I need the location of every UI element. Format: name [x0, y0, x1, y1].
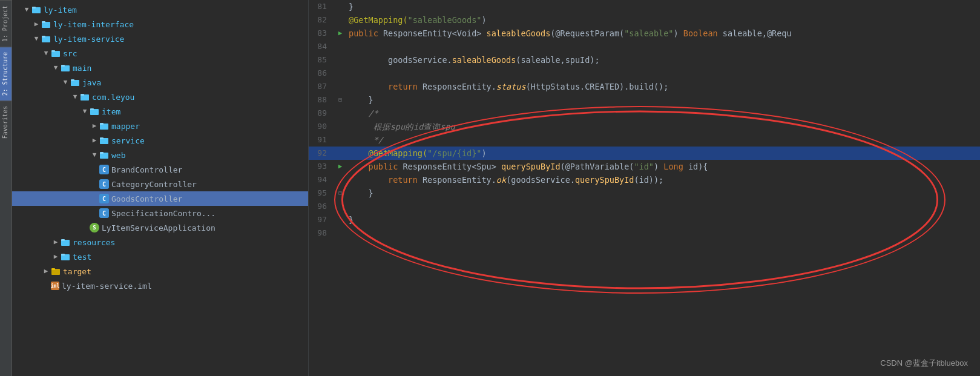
tab-project[interactable]: 1: Project [0, 0, 12, 47]
tree-label: LyItemServiceApplication [102, 223, 215, 233]
code-line-86: 86 [309, 67, 980, 80]
tree-label: ly-item [44, 5, 77, 15]
arrow-icon [90, 121, 99, 131]
svg-rect-5 [42, 36, 45, 38]
code-line-84: 84 [309, 40, 980, 53]
tree-label: ly-item-service.iml [62, 282, 152, 291]
folder-icon [31, 5, 41, 15]
tree-label: SpecificationContro... [111, 209, 215, 218]
tree-item-target[interactable]: target [12, 264, 308, 279]
tree-label: BrandController [111, 165, 182, 174]
tree-item-ly-item[interactable]: ly-item [12, 2, 308, 17]
tree-item-main[interactable]: main [12, 61, 308, 75]
tree-item-ly-item-service[interactable]: ly-item-service [12, 31, 308, 46]
tab-favorites[interactable]: Favorites [0, 101, 12, 143]
code-line-81: 81 } [309, 0, 980, 13]
folder-icon [99, 121, 109, 131]
code-line-94: 94 return ResponseEntity.ok(goodsService… [309, 173, 980, 186]
svg-rect-27 [51, 268, 55, 270]
line-number: 83 [309, 27, 334, 40]
line-content: } [346, 186, 980, 200]
folder-icon [61, 237, 70, 247]
folder-icon [41, 34, 51, 44]
line-content: } [346, 93, 980, 107]
line-content: */ [346, 133, 980, 147]
tree-item-resources[interactable]: resources [12, 235, 308, 249]
code-editor[interactable]: 81 } 82 @GetMapping("saleableGoods") 83 … [309, 0, 980, 376]
tree-label: test [73, 252, 91, 262]
line-number: 87 [309, 80, 334, 93]
arrow-icon [22, 5, 31, 15]
tree-label: ly-item-interface [53, 20, 134, 29]
tree-item-ly-item-interface[interactable]: ly-item-interface [12, 17, 308, 31]
arrow-icon [51, 237, 61, 247]
line-number: 95 [309, 186, 334, 200]
tree-item-mapper[interactable]: mapper [12, 119, 308, 133]
svg-rect-1 [32, 7, 36, 8]
tree-item-service[interactable]: service [12, 133, 308, 148]
svg-rect-11 [71, 79, 74, 81]
folder-icon [80, 92, 90, 102]
line-content: return ResponseEntity.status(HttpStatus.… [346, 80, 980, 93]
line-number: 94 [309, 173, 334, 186]
line-number: 92 [309, 147, 334, 160]
spring-icon: S [90, 223, 99, 233]
class-icon: C [99, 194, 109, 203]
arrow-icon [70, 92, 80, 102]
folder-icon [61, 63, 70, 73]
code-line-88: 88 ⊟ } [309, 93, 980, 107]
line-content: 根据spu的id查询spu [346, 120, 980, 133]
tree-item-test[interactable]: test [12, 249, 308, 264]
code-line-96: 96 [309, 200, 980, 213]
tree-item-java[interactable]: java [12, 75, 308, 90]
line-content: } [346, 0, 980, 13]
line-content: public ResponseEntity<Void> saleableGood… [346, 27, 980, 40]
tree-item-specificationcontroller[interactable]: C SpecificationContro... [12, 206, 308, 220]
tree-label: java [82, 78, 101, 87]
arrow-icon [31, 19, 41, 29]
folder-icon [51, 266, 61, 276]
tree-item-com-leyou[interactable]: com.leyou [12, 90, 308, 104]
tree-item-src[interactable]: src [12, 46, 308, 61]
line-content: @GetMapping("saleableGoods") [346, 13, 980, 27]
tree-item-goodscontroller[interactable]: C GoodsController [12, 191, 308, 206]
svg-rect-3 [42, 21, 45, 23]
arrow-icon [31, 34, 41, 44]
line-number: 89 [309, 107, 334, 120]
svg-rect-7 [51, 50, 55, 52]
line-number: 85 [309, 53, 334, 67]
code-line-91: 91 */ [309, 133, 980, 147]
tree-item-iml[interactable]: iml ly-item-service.iml [12, 279, 308, 293]
code-line-97: 97 } [309, 213, 980, 226]
code-line-82: 82 @GetMapping("saleableGoods") [309, 13, 980, 27]
run-icon[interactable]: ▶ [338, 27, 343, 40]
tree-item-brandcontroller[interactable]: C BrandController [12, 162, 308, 177]
iml-icon: iml [51, 282, 59, 290]
folder-icon [99, 136, 109, 145]
tree-label: com.leyou [92, 93, 134, 102]
code-line-89: 89 /* [309, 107, 980, 120]
arrow-icon [90, 136, 99, 145]
line-gutter: ▶ [334, 27, 346, 40]
svg-rect-9 [61, 65, 65, 67]
file-tree: ly-item ly-item-interface ly-item-servic… [12, 0, 309, 376]
svg-rect-15 [90, 108, 94, 110]
tree-item-item[interactable]: item [12, 104, 308, 119]
line-number: 86 [309, 67, 334, 80]
code-line-87: 87 return ResponseEntity.status(HttpStat… [309, 80, 980, 93]
fold-icon[interactable]: ⊟ [338, 93, 342, 107]
arrow-icon [90, 150, 99, 160]
tree-item-categorycontroller[interactable]: C CategoryController [12, 177, 308, 191]
watermark: CSDN @蓝盒子itbluebox [880, 358, 968, 369]
line-content: public ResponseEntity<Spu> querySpuById(… [346, 160, 980, 173]
tab-structure[interactable]: 2: Structure [0, 47, 12, 101]
run-icon[interactable]: ▶ [338, 160, 343, 173]
tree-item-lyitemserviceapp[interactable]: S LyItemServiceApplication [12, 220, 308, 235]
line-content: goodsService.saleableGoods(saleable,spuI… [346, 53, 980, 67]
fold-icon[interactable]: ⊟ [338, 186, 342, 200]
line-number: 88 [309, 93, 334, 107]
tree-item-web[interactable]: web [12, 148, 308, 162]
tree-inner: ly-item ly-item-interface ly-item-servic… [12, 0, 308, 295]
line-content: /* [346, 107, 980, 120]
line-gutter: ⊟ [334, 186, 346, 200]
